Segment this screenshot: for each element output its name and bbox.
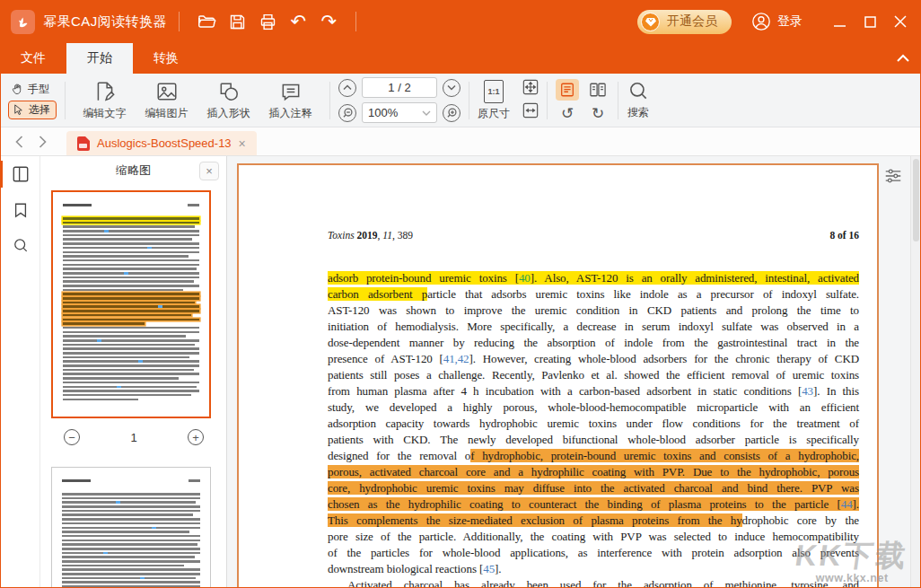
insert-shape-icon: [217, 80, 241, 103]
document-line: of the particles for whole-blood applica…: [328, 545, 859, 561]
highlighted-text: chosen as the hydrophilic coating to cou…: [328, 497, 841, 511]
citation-link: 41,42: [443, 352, 469, 365]
tab-scroll-left-button[interactable]: [7, 130, 31, 154]
thumbnail-panel-button[interactable]: [0, 156, 40, 192]
insert-shape-label: 插入形状: [207, 106, 250, 121]
print-icon[interactable]: [257, 11, 278, 32]
login-button[interactable]: 登录: [751, 12, 803, 31]
app-logo-icon: [11, 10, 35, 34]
next-page-button[interactable]: [443, 79, 460, 97]
vip-button-label: 开通会员: [667, 13, 717, 30]
original-size-label: 原尺寸: [478, 106, 510, 121]
document-body: adsorb protein-bound uremic toxins [40].…: [328, 270, 859, 588]
document-line: adsorb protein-bound uremic toxins [40].…: [328, 270, 859, 286]
single-page-view-button[interactable]: [556, 79, 579, 101]
rotate-right-button[interactable]: ↻: [586, 104, 610, 122]
highlighted-text: adsorb protein-bound uremic toxins [: [328, 271, 519, 285]
body-text: initiation of hemodialysis. More specifi…: [328, 320, 859, 333]
tab-scroll-right-button[interactable]: [31, 130, 54, 154]
toolbar-separator: [65, 82, 66, 119]
toolbar-separator: [618, 82, 618, 119]
zoom-level-select[interactable]: 100%: [362, 102, 437, 123]
maximize-button[interactable]: [855, 6, 885, 37]
view-settings-button[interactable]: [883, 166, 903, 186]
bookmarks-panel-button[interactable]: [0, 192, 40, 228]
vertical-scrollbar[interactable]: [910, 156, 921, 588]
previous-page-button[interactable]: [338, 79, 356, 97]
document-header: Toxins 2019, 11, 389 8 of 16: [328, 230, 859, 241]
page-thumbnail-1[interactable]: [51, 190, 211, 418]
document-view[interactable]: Toxins 2019, 11, 389 8 of 16 adsorb prot…: [227, 156, 921, 588]
body-text: ]. In this: [813, 384, 859, 398]
body-text: downstream biological reactions [: [328, 562, 483, 575]
pdf-file-icon: [77, 136, 90, 151]
document-tab-close-icon[interactable]: ×: [239, 137, 246, 150]
journal-reference-part: , 389: [392, 230, 413, 241]
edit-text-button[interactable]: 编辑文字: [74, 80, 136, 121]
zoom-in-button[interactable]: [443, 104, 460, 122]
journal-reference-part: Toxins: [328, 230, 355, 241]
edit-image-button[interactable]: 编辑图片: [136, 80, 197, 121]
scrollbar-thumb[interactable]: [913, 159, 919, 241]
highlighted-text: carbon adsorbent p: [328, 287, 427, 301]
body-text: patients with CKD. The newly developed b…: [328, 433, 859, 446]
app-title: 幂果CAJ阅读转换器: [43, 13, 167, 31]
original-size-button[interactable]: 1:1 原尺寸: [478, 80, 510, 121]
page-thumbnail-2[interactable]: [51, 467, 211, 588]
select-tool-button[interactable]: 选择: [8, 101, 57, 119]
collapse-ribbon-button[interactable]: [885, 43, 921, 74]
vip-button[interactable]: 开通会员: [637, 10, 732, 34]
zoom-out-button[interactable]: [338, 104, 356, 122]
tab-home[interactable]: 开始: [66, 43, 133, 74]
undo-icon[interactable]: ↶: [287, 11, 309, 32]
hand-tool-button[interactable]: 手型: [8, 81, 57, 98]
fit-page-button[interactable]: [522, 79, 539, 99]
edit-image-icon: [155, 80, 179, 103]
document-tab-bar: Auslogics-BoostSpeed-13 ×: [0, 127, 921, 156]
tab-convert[interactable]: 转换: [133, 43, 199, 74]
document-line: initiation of hemodialysis. More specifi…: [328, 319, 859, 335]
redo-icon[interactable]: ↷: [318, 11, 339, 32]
titlebar: 幂果CAJ阅读转换器 ↶ ↷ 开通会员 登录: [0, 0, 921, 43]
search-button[interactable]: 搜索: [627, 80, 650, 120]
insert-comment-icon: [279, 80, 303, 103]
journal-reference-part: 2019: [355, 230, 378, 241]
document-line: Activated charcoal has already been used…: [328, 577, 859, 588]
fit-width-button[interactable]: [522, 102, 539, 122]
thumbnail-panel-close-button[interactable]: ×: [199, 162, 219, 180]
thumbnail-page-number: 1: [103, 431, 164, 444]
minimize-button[interactable]: [824, 6, 855, 37]
thumbnail-zoom-out-button[interactable]: −: [64, 429, 80, 445]
main-area: 缩略图 × − 1 + Toxins 2019, 11, 389 8 of 16…: [0, 156, 921, 588]
titlebar-separator: [355, 12, 356, 31]
page-indicator-input[interactable]: 1 / 2: [362, 77, 437, 98]
document-line: chosen as the hydrophilic coating to cou…: [328, 496, 859, 513]
document-line: pore size of the particle. Additionally,…: [328, 529, 859, 545]
document-line: core, hydrophobic uremic toxins may diff…: [328, 480, 859, 496]
document-line: from human plasma after 4 h incubation w…: [328, 383, 859, 399]
cursor-icon: [12, 103, 25, 117]
rotate-left-button[interactable]: ↺: [556, 104, 579, 122]
search-panel-button[interactable]: [0, 228, 40, 264]
thumbnail-zoom-in-button[interactable]: +: [188, 429, 204, 445]
highlighted-text: ].: [853, 497, 859, 511]
bookmark-icon: [13, 201, 29, 219]
body-text: presence of AST-120 [: [328, 352, 443, 365]
body-text: dose-dependent manner by reducing the ab…: [328, 336, 859, 349]
body-text: article that adsorbs uremic toxins like …: [427, 287, 859, 301]
save-icon[interactable]: [226, 11, 248, 32]
document-line: adsorption capacity towards hydrophobic …: [328, 416, 859, 432]
user-icon: [751, 12, 771, 31]
open-file-icon[interactable]: [196, 11, 217, 32]
close-button[interactable]: [885, 6, 916, 37]
document-line: patients with CKD. The newly developed b…: [328, 432, 859, 448]
panel-icon: [12, 165, 30, 183]
journal-reference: Toxins 2019, 11, 389: [328, 230, 413, 241]
two-page-view-button[interactable]: [586, 79, 610, 101]
tab-file[interactable]: 文件: [0, 43, 66, 74]
toolbar-separator: [329, 82, 330, 119]
document-tab[interactable]: Auslogics-BoostSpeed-13 ×: [66, 131, 257, 155]
insert-shape-button[interactable]: 插入形状: [197, 80, 259, 121]
insert-comment-button[interactable]: 插入注释: [259, 80, 321, 121]
hand-icon: [11, 83, 24, 96]
